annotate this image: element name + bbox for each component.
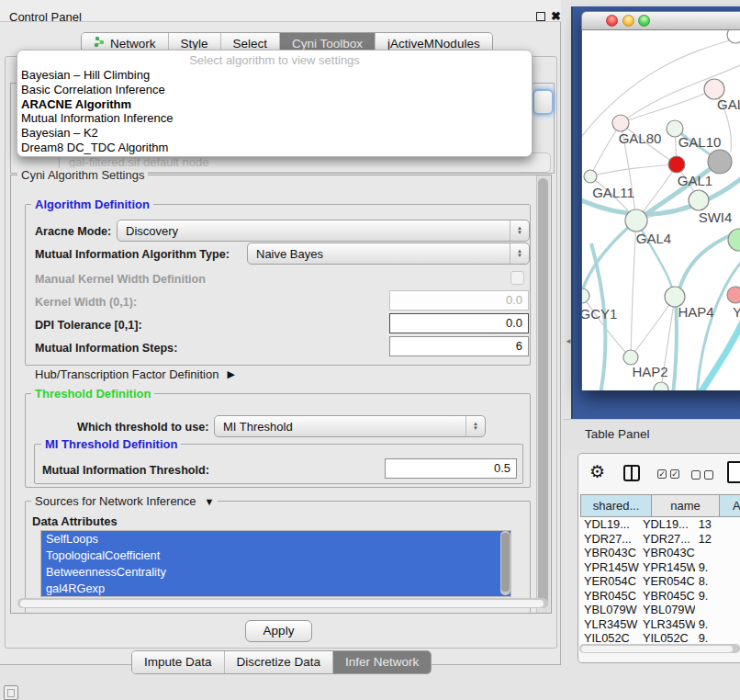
algorithm-combo-fragment[interactable] <box>533 89 554 115</box>
network-node-gal80[interactable] <box>612 115 629 131</box>
column-header-shared[interactable]: shared... <box>580 494 652 517</box>
column-header-A[interactable]: A <box>720 494 740 517</box>
tab-label: Infer Network <box>345 651 419 673</box>
algorithm-option[interactable]: Bayesian – K2 <box>17 126 532 141</box>
threshold-definition-title: Threshold Definition <box>31 387 154 401</box>
table-row[interactable]: YDR27...YDR27...12 <box>580 532 740 547</box>
table-cell[interactable]: YLR345W <box>580 617 639 632</box>
mi-type-combo[interactable]: Naive Bayes ▲▼ <box>247 243 530 265</box>
table-cell[interactable]: YBL079W <box>639 603 695 617</box>
table-cell[interactable]: YDR27... <box>639 532 695 547</box>
table-cell[interactable]: YIL052C <box>639 631 695 643</box>
settings-scrollbar-thumb[interactable] <box>538 178 548 608</box>
network-node-gal11[interactable] <box>584 170 597 183</box>
table-row[interactable]: YLR345WYLR345W9. <box>580 617 740 632</box>
mac-zoom-button[interactable] <box>638 15 650 27</box>
sources-collapse-header[interactable]: Sources for Network Inference ▼ <box>31 494 218 508</box>
table-panel-title: Table Panel <box>585 427 650 441</box>
tab-discretize-data[interactable]: Discretize Data <box>225 651 334 673</box>
table-cell[interactable]: 9. <box>695 617 740 632</box>
table-cell[interactable]: 8. <box>695 574 740 589</box>
algorithm-option[interactable]: ARACNE Algorithm <box>17 97 532 112</box>
network-node[interactable] <box>727 30 740 43</box>
table-cell[interactable]: YPR145W <box>580 560 639 575</box>
algorithm-option[interactable]: Mutual Information Inference <box>17 111 532 126</box>
network-canvas[interactable]: GALGAL80GAL10GAL1GAL11SWI4GAL4GCY1HAP4YH… <box>582 30 740 390</box>
hub-definition-expander[interactable]: Hub/Transcription Factor Definition ▶ <box>35 367 235 381</box>
table-cell[interactable]: YBR043C <box>580 546 639 560</box>
select-all-icon[interactable]: ✓ ✓ <box>657 469 679 479</box>
tab-infer-network[interactable]: Infer Network <box>333 651 431 673</box>
network-node-swi4[interactable] <box>728 229 740 251</box>
table-cell[interactable] <box>695 546 740 560</box>
attribute-item[interactable]: BetweennessCentrality <box>41 564 510 581</box>
network-node-gcy1[interactable] <box>582 288 589 303</box>
mi-threshold-title: MI Threshold Definition <box>41 437 181 451</box>
table-cell[interactable]: YDR27... <box>580 532 639 547</box>
apply-button[interactable]: Apply <box>245 620 312 642</box>
table-cell[interactable] <box>695 603 740 617</box>
table-row[interactable]: YER054CYER054C8. <box>580 574 740 589</box>
dpi-tolerance-field[interactable]: 0.0 <box>389 313 529 333</box>
tab-impute-data[interactable]: Impute Data <box>132 651 225 673</box>
table-cell[interactable]: YIL052C <box>580 631 639 643</box>
columns-icon[interactable] <box>623 465 640 481</box>
table-row[interactable]: YPR145WYPR145W9. <box>580 560 740 575</box>
mi-steps-field[interactable]: 6 <box>389 336 529 356</box>
aracne-mode-combo[interactable]: Discovery ▲▼ <box>117 220 530 242</box>
table-cell[interactable]: 9. <box>695 589 740 604</box>
table-cell[interactable]: YBR043C <box>639 546 695 560</box>
attribute-item[interactable]: TopologicalCoefficient <box>41 548 510 564</box>
network-node[interactable] <box>708 150 732 174</box>
attribute-item[interactable]: gal4RGexp <box>41 581 510 597</box>
table-row[interactable]: YBR045CYBR045C9. <box>580 589 740 604</box>
table-cell[interactable]: YPR145W <box>639 560 695 575</box>
which-threshold-combo[interactable]: MI Threshold ▲▼ <box>214 415 486 437</box>
algorithm-option[interactable]: Dream8 DC_TDC Algorithm <box>17 141 532 155</box>
node-label: GAL11 <box>592 185 634 200</box>
network-node-gal1[interactable] <box>689 190 709 210</box>
table-cell[interactable]: YLR345W <box>639 617 695 632</box>
network-window-titlebar[interactable] <box>581 11 740 30</box>
network-node[interactable] <box>654 382 668 390</box>
node-label: GAL10 <box>678 134 722 150</box>
table-cell[interactable]: 9. <box>695 560 740 575</box>
table-cell[interactable]: YDL19... <box>580 517 639 532</box>
table-cell[interactable]: 13 <box>695 517 740 532</box>
network-node-gal4[interactable] <box>625 209 647 231</box>
table-cell[interactable]: 9. <box>695 631 740 643</box>
table-cell[interactable]: YER054C <box>639 574 695 589</box>
float-window-icon[interactable] <box>536 12 545 21</box>
column-header-name[interactable]: name <box>652 494 720 517</box>
mac-minimize-button[interactable] <box>622 15 634 27</box>
data-attributes-label: Data Attributes <box>32 514 118 528</box>
table-row[interactable]: YBL079WYBL079W <box>580 603 740 617</box>
network-node-y[interactable] <box>727 287 740 303</box>
table-cell[interactable]: 12 <box>695 532 740 547</box>
settings-hscrollbar-thumb[interactable] <box>20 600 544 607</box>
manual-kernel-checkbox[interactable] <box>510 271 524 285</box>
table-cell[interactable]: YER054C <box>580 574 639 589</box>
table-row[interactable]: YIL052CYIL052C9. <box>580 631 740 643</box>
table-row[interactable]: YBR043CYBR043C <box>580 546 740 560</box>
table-hscrollbar-thumb[interactable] <box>581 646 733 652</box>
table-cell[interactable]: YBR045C <box>580 589 639 604</box>
deselect-all-icon[interactable] <box>691 470 713 480</box>
close-icon[interactable]: ✖ <box>551 9 561 23</box>
table-cell[interactable]: YBR045C <box>639 589 695 604</box>
table-cell[interactable]: YDL19... <box>639 517 695 532</box>
new-table-icon[interactable] <box>727 461 740 483</box>
table-row[interactable]: YDL19...YDL19...13 <box>580 517 740 532</box>
algorithm-option[interactable]: Bayesian – Hill Climbing <box>17 68 532 83</box>
mac-close-button[interactable] <box>606 15 618 27</box>
table-cell[interactable]: YBL079W <box>580 603 639 617</box>
settings-group-title: Cyni Algorithm Settings <box>17 168 148 182</box>
attributes-scrollbar-thumb[interactable] <box>501 533 510 592</box>
network-node[interactable] <box>668 156 685 173</box>
mi-threshold-field[interactable]: 0.5 <box>385 458 517 479</box>
attribute-item[interactable]: SelfLoops <box>41 531 510 548</box>
algorithm-option[interactable]: Basic Correlation Inference <box>17 83 532 97</box>
network-node-hap2[interactable] <box>623 350 638 365</box>
gear-icon[interactable]: ⚙ <box>589 463 605 481</box>
minimized-panel-icon[interactable] <box>4 685 18 700</box>
